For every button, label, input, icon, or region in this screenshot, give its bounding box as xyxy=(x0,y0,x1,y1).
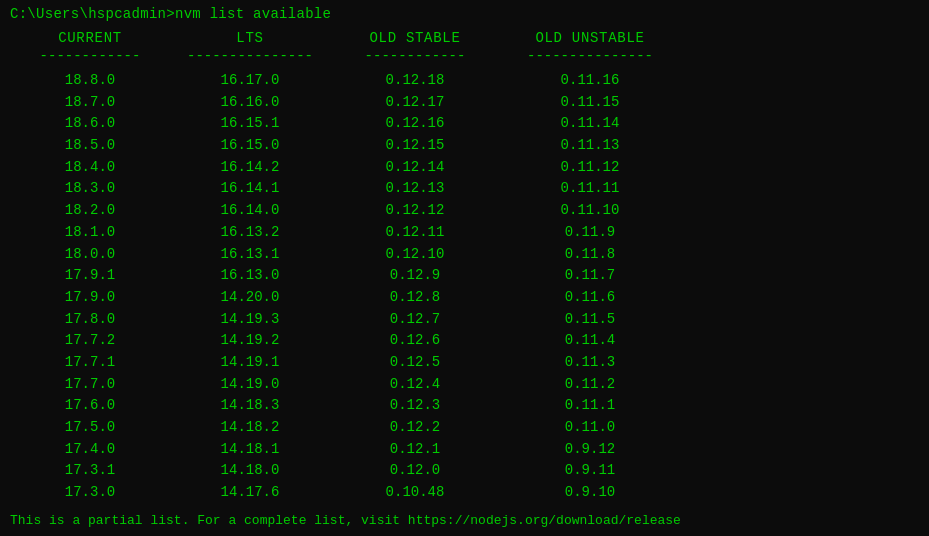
cell-lts: 16.14.0 xyxy=(170,200,330,222)
cell-old-unstable: 0.11.11 xyxy=(500,178,680,200)
cell-lts: 16.15.1 xyxy=(170,113,330,135)
cell-old-unstable: 0.11.2 xyxy=(500,374,680,396)
cell-old-stable: 0.12.7 xyxy=(330,309,500,331)
cell-old-unstable: 0.11.3 xyxy=(500,352,680,374)
table-data-rows: 18.8.0 16.17.0 0.12.18 0.11.16 18.7.0 16… xyxy=(10,70,919,504)
cell-old-stable: 0.12.16 xyxy=(330,113,500,135)
cell-current: 18.3.0 xyxy=(10,178,170,200)
cell-old-unstable: 0.11.6 xyxy=(500,287,680,309)
table-row: 17.8.0 14.19.3 0.12.7 0.11.5 xyxy=(10,309,919,331)
table-row: 18.5.0 16.15.0 0.12.15 0.11.13 xyxy=(10,135,919,157)
cell-lts: 16.14.1 xyxy=(170,178,330,200)
cell-lts: 16.15.0 xyxy=(170,135,330,157)
cell-old-unstable: 0.11.0 xyxy=(500,417,680,439)
divider-old-stable: ------------ xyxy=(330,48,500,64)
cell-current: 17.4.0 xyxy=(10,439,170,461)
table-row: 17.4.0 14.18.1 0.12.1 0.9.12 xyxy=(10,439,919,461)
cell-old-unstable: 0.11.13 xyxy=(500,135,680,157)
cell-old-stable: 0.12.5 xyxy=(330,352,500,374)
cell-current: 17.3.0 xyxy=(10,482,170,504)
table-row: 18.8.0 16.17.0 0.12.18 0.11.16 xyxy=(10,70,919,92)
divider-current: ------------ xyxy=(10,48,170,64)
cell-current: 18.2.0 xyxy=(10,200,170,222)
header-current: CURRENT xyxy=(10,30,170,46)
cell-old-unstable: 0.11.16 xyxy=(500,70,680,92)
cell-lts: 16.17.0 xyxy=(170,70,330,92)
cell-old-stable: 0.12.1 xyxy=(330,439,500,461)
table-row: 18.3.0 16.14.1 0.12.13 0.11.11 xyxy=(10,178,919,200)
command-line: C:\Users\hspcadmin>nvm list available xyxy=(10,6,919,22)
table-row: 17.5.0 14.18.2 0.12.2 0.11.0 xyxy=(10,417,919,439)
cell-current: 18.4.0 xyxy=(10,157,170,179)
cell-lts: 14.18.3 xyxy=(170,395,330,417)
table-header-row: CURRENT LTS OLD STABLE OLD UNSTABLE xyxy=(10,30,919,46)
cell-old-stable: 0.12.8 xyxy=(330,287,500,309)
terminal-window: C:\Users\hspcadmin>nvm list available CU… xyxy=(0,0,929,536)
cell-current: 17.9.0 xyxy=(10,287,170,309)
cell-old-unstable: 0.11.15 xyxy=(500,92,680,114)
table-row: 17.6.0 14.18.3 0.12.3 0.11.1 xyxy=(10,395,919,417)
cell-current: 18.6.0 xyxy=(10,113,170,135)
table-row: 18.6.0 16.15.1 0.12.16 0.11.14 xyxy=(10,113,919,135)
divider-lts: --------------- xyxy=(170,48,330,64)
nvm-table: CURRENT LTS OLD STABLE OLD UNSTABLE ----… xyxy=(10,30,919,504)
cell-lts: 14.19.3 xyxy=(170,309,330,331)
cell-lts: 14.20.0 xyxy=(170,287,330,309)
cell-lts: 14.18.2 xyxy=(170,417,330,439)
cell-current: 17.7.0 xyxy=(10,374,170,396)
table-row: 17.7.2 14.19.2 0.12.6 0.11.4 xyxy=(10,330,919,352)
cell-current: 17.5.0 xyxy=(10,417,170,439)
cell-lts: 14.18.1 xyxy=(170,439,330,461)
table-row: 17.3.0 14.17.6 0.10.48 0.9.10 xyxy=(10,482,919,504)
cell-lts: 16.13.1 xyxy=(170,244,330,266)
cell-old-stable: 0.12.2 xyxy=(330,417,500,439)
cell-old-stable: 0.12.6 xyxy=(330,330,500,352)
cell-lts: 16.16.0 xyxy=(170,92,330,114)
cell-old-stable: 0.12.12 xyxy=(330,200,500,222)
cell-current: 18.5.0 xyxy=(10,135,170,157)
cell-old-unstable: 0.11.8 xyxy=(500,244,680,266)
table-row: 17.3.1 14.18.0 0.12.0 0.9.11 xyxy=(10,460,919,482)
cell-old-stable: 0.12.18 xyxy=(330,70,500,92)
cell-old-stable: 0.12.9 xyxy=(330,265,500,287)
table-row: 17.9.1 16.13.0 0.12.9 0.11.7 xyxy=(10,265,919,287)
cell-current: 17.8.0 xyxy=(10,309,170,331)
table-row: 18.1.0 16.13.2 0.12.11 0.11.9 xyxy=(10,222,919,244)
cell-lts: 14.19.1 xyxy=(170,352,330,374)
cell-old-unstable: 0.9.10 xyxy=(500,482,680,504)
cell-old-unstable: 0.11.5 xyxy=(500,309,680,331)
table-divider-row: ------------ --------------- -----------… xyxy=(10,48,919,64)
cell-old-unstable: 0.9.12 xyxy=(500,439,680,461)
cell-old-stable: 0.12.17 xyxy=(330,92,500,114)
footer-text: This is a partial list. For a complete l… xyxy=(10,513,681,528)
cell-current: 18.8.0 xyxy=(10,70,170,92)
cell-lts: 14.18.0 xyxy=(170,460,330,482)
cell-lts: 14.17.6 xyxy=(170,482,330,504)
table-row: 17.7.0 14.19.0 0.12.4 0.11.2 xyxy=(10,374,919,396)
cell-old-stable: 0.12.4 xyxy=(330,374,500,396)
cell-lts: 16.13.2 xyxy=(170,222,330,244)
cell-old-stable: 0.12.10 xyxy=(330,244,500,266)
header-old-stable: OLD STABLE xyxy=(330,30,500,46)
header-old-unstable: OLD UNSTABLE xyxy=(500,30,680,46)
cell-current: 17.7.1 xyxy=(10,352,170,374)
cell-old-unstable: 0.11.1 xyxy=(500,395,680,417)
cell-current: 17.7.2 xyxy=(10,330,170,352)
cell-old-unstable: 0.11.10 xyxy=(500,200,680,222)
cell-old-unstable: 0.11.4 xyxy=(500,330,680,352)
cell-old-stable: 0.12.15 xyxy=(330,135,500,157)
table-row: 18.2.0 16.14.0 0.12.12 0.11.10 xyxy=(10,200,919,222)
cell-current: 17.9.1 xyxy=(10,265,170,287)
cell-current: 18.7.0 xyxy=(10,92,170,114)
cell-lts: 14.19.2 xyxy=(170,330,330,352)
cell-old-stable: 0.12.13 xyxy=(330,178,500,200)
divider-old-unstable: --------------- xyxy=(500,48,680,64)
cell-lts: 16.13.0 xyxy=(170,265,330,287)
cell-old-stable: 0.12.14 xyxy=(330,157,500,179)
cell-current: 18.0.0 xyxy=(10,244,170,266)
cell-current: 17.3.1 xyxy=(10,460,170,482)
cell-old-stable: 0.12.3 xyxy=(330,395,500,417)
cell-lts: 14.19.0 xyxy=(170,374,330,396)
header-lts: LTS xyxy=(170,30,330,46)
table-row: 18.7.0 16.16.0 0.12.17 0.11.15 xyxy=(10,92,919,114)
